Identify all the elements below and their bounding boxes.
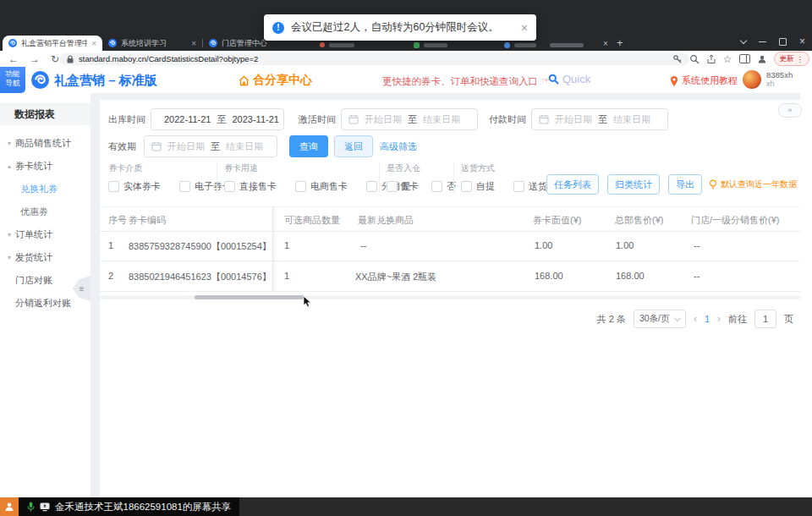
url-field[interactable]: standard.maboy.cn/CardStatisticsDetail?o… [59, 53, 689, 65]
page-size-select[interactable]: 30条/页 [634, 310, 686, 328]
date-range-payment[interactable]: 开始日期 至 结束日期 [531, 108, 668, 130]
bookmark-star-icon[interactable]: ☆ [723, 53, 732, 65]
minimize-icon[interactable] [759, 41, 766, 42]
sidebar-item-rebate-reconciliation[interactable]: 分销返利对账 [0, 292, 91, 315]
advanced-filter-link[interactable]: 高级筛选 [380, 140, 417, 153]
sidebar-item-shipping-stats[interactable]: ▾ 发货统计 [0, 246, 91, 269]
checkbox-physical-card[interactable]: 实体券卡 [108, 180, 161, 193]
obscured-tab-favicon [504, 42, 510, 48]
chrome-update-button[interactable]: 更新 ⋮ [774, 52, 810, 66]
goto-page-input[interactable] [754, 310, 776, 328]
bulb-icon [709, 179, 717, 189]
obscured-tab-text [550, 43, 584, 47]
date-range-outbound[interactable]: 2022-11-21 至 2023-11-21 [151, 108, 284, 130]
obscured-tab-text [514, 43, 536, 47]
toast-close-icon[interactable]: × [521, 21, 528, 35]
next-page-button[interactable]: › [717, 313, 721, 325]
checkbox-yes[interactable]: 是 [387, 180, 411, 193]
checkbox-icon [224, 181, 235, 192]
query-tip: 默认查询近一年数据 [709, 178, 797, 190]
back-button[interactable]: 返回 [334, 135, 373, 157]
maximize-icon[interactable] [779, 38, 787, 46]
expand-toggle-button[interactable]: » [778, 103, 802, 118]
tab-search-chevron-icon[interactable] [740, 36, 747, 43]
search-button[interactable]: 查询 [289, 135, 328, 157]
reload-icon[interactable]: ↻ [51, 53, 59, 65]
total-count: 共 2 条 [597, 313, 626, 326]
vertical-scrollbar[interactable] [799, 93, 812, 497]
col-latest: 最新兑换商品 [358, 214, 414, 227]
browser-tab-active[interactable]: 礼盒营销平台管理中心 × [3, 36, 102, 51]
share-center-link[interactable]: 合分享中心 [239, 73, 312, 88]
classify-stats-button[interactable]: 归类统计 [607, 174, 660, 195]
tab-close-icon[interactable]: × [91, 39, 96, 48]
export-button[interactable]: 导出 [668, 174, 702, 195]
microphone-icon[interactable] [27, 502, 35, 512]
goto-label: 前往 [728, 313, 747, 326]
share-icon[interactable] [706, 54, 716, 64]
tab-strip: 礼盒营销平台管理中心 × 系统培训学习 × 门店管理中心 [3, 36, 303, 51]
pagination: 共 2 条 30条/页 ‹ 1 › 前往 页 [597, 310, 793, 328]
sidebar-item-card-stats[interactable]: ▴ 券卡统计 [0, 155, 91, 178]
tab-close-icon[interactable]: × [603, 39, 608, 48]
action-buttons: 任务列表 归类统计 导出 [546, 174, 702, 195]
side-panel-icon[interactable] [739, 54, 750, 63]
chevron-down-icon: ▾ [8, 132, 11, 155]
horizontal-scrollbar-thumb[interactable] [195, 295, 304, 299]
menu-dots-icon: ⋮ [797, 55, 804, 63]
mouse-cursor [303, 296, 313, 308]
brand-title: 礼盒营销 – 标准版 [54, 73, 157, 89]
prev-page-button[interactable]: ‹ [694, 313, 697, 325]
filter-label: 付款时间 [489, 113, 526, 126]
user-avatar[interactable] [743, 70, 761, 89]
sidebar-section-title: 数据报表 [0, 103, 91, 125]
participants-button[interactable] [0, 497, 19, 516]
chevron-down-icon: ▾ [8, 246, 11, 269]
sidebar-item-product-sales[interactable]: ▾ 商品销售统计 [0, 132, 91, 155]
tutorial-link[interactable]: 系统使用教程 [670, 74, 738, 87]
checkbox-no[interactable]: 否 [431, 180, 456, 193]
sidebar: 数据报表 ▾ 商品销售统计 ▴ 券卡统计 兑换礼券 优惠券 ▾ 订单统计 ▾ 发… [0, 93, 91, 497]
checkbox-icon [179, 181, 190, 192]
zoom-icon[interactable] [689, 54, 700, 64]
back-icon[interactable]: ← [8, 53, 19, 65]
checkbox-direct-sale[interactable]: 直接售卡 [224, 180, 277, 193]
date-range-activation[interactable]: 开始日期 至 结束日期 [341, 108, 478, 130]
current-page[interactable]: 1 [705, 314, 710, 324]
quick-search[interactable]: Quick [548, 73, 590, 85]
col-face-value: 券卡面值(¥) [533, 214, 581, 227]
quick-entry-link[interactable]: 更快捷的券卡、订单和快递查询入口 ☞ [382, 75, 550, 88]
sidebar-item-order-stats[interactable]: ▾ 订单统计 [0, 223, 91, 246]
update-label: 更新 [780, 54, 794, 64]
checkbox-icon [366, 181, 377, 192]
sidebar-item-discount-coupon[interactable]: 优惠券 [0, 200, 91, 223]
address-bar: ← → ↻ standard.maboy.cn/CardStatisticsDe… [0, 51, 812, 67]
window-close-icon[interactable]: × [799, 37, 805, 46]
col-seq: 序号 [108, 214, 127, 227]
tab-title: 系统培训学习 [121, 38, 187, 49]
checkbox-ecommerce-sale[interactable]: 电商售卡 [295, 180, 348, 193]
sidebar-item-exchange-coupon[interactable]: 兑换礼券 [0, 178, 91, 200]
url-text: standard.maboy.cn/CardStatisticsDetail?o… [79, 54, 258, 63]
browser-tab[interactable]: 系统培训学习 × [102, 36, 202, 51]
table-header: 序号 券卡编码 可选商品数量 最新兑换商品 券卡面值(¥) 总部售价(¥) 门店… [100, 206, 800, 232]
task-list-button[interactable]: 任务列表 [546, 174, 599, 195]
function-nav-button[interactable]: 功能 导航 [0, 67, 25, 93]
date-range-validity[interactable]: 开始日期 至 结束日期 [144, 135, 277, 157]
new-tab-button[interactable]: + [617, 36, 623, 49]
tab-favicon [209, 39, 217, 47]
key-icon[interactable] [672, 54, 683, 64]
username: 8385xh [766, 70, 793, 80]
username-sub: xh [766, 80, 775, 88]
group-in-warehouse: 是否入仓 是 否 [379, 162, 453, 193]
tab-close-icon[interactable]: × [191, 39, 196, 48]
profile-icon[interactable] [757, 54, 767, 64]
forward-icon[interactable]: → [30, 53, 40, 65]
fixed-column-divider [272, 206, 278, 292]
tab-title: 礼盒营销平台管理中心 [21, 38, 87, 49]
checkbox-delivery[interactable]: 送货 [513, 180, 547, 193]
share-status-pill: 金禾通技术王斌18662591081的屏幕共享 [19, 497, 239, 516]
checkbox-icon [513, 181, 524, 192]
checkbox-self-pickup[interactable]: 自提 [461, 180, 495, 193]
window-controls: × [741, 37, 805, 46]
